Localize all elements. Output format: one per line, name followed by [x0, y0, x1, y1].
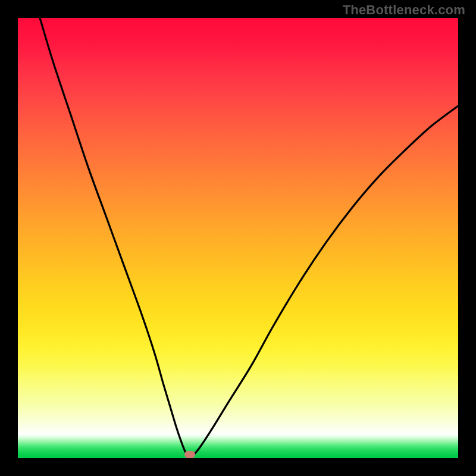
chart-frame: TheBottleneck.com: [0, 0, 476, 476]
watermark-label: TheBottleneck.com: [343, 2, 465, 18]
plot-area: [18, 18, 458, 458]
optimal-point-marker: [184, 451, 195, 458]
bottleneck-curve: [18, 18, 458, 458]
